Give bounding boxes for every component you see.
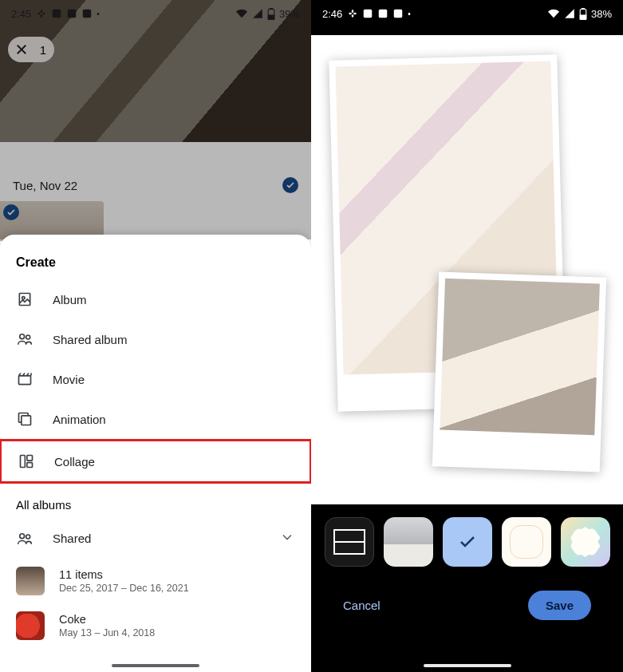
- svg-rect-30: [580, 15, 586, 19]
- album-row-1[interactable]: 11 items Dec 25, 2017 – Dec 16, 2021: [0, 559, 311, 603]
- svg-rect-27: [394, 10, 403, 18]
- svg-rect-16: [21, 456, 26, 468]
- svg-rect-24: [352, 14, 353, 18]
- collage-photo-2[interactable]: [432, 271, 606, 472]
- menu-item-shared-album[interactable]: Shared album: [0, 319, 311, 359]
- album-subtitle: Dec 25, 2017 – Dec 16, 2021: [59, 583, 189, 594]
- collage-canvas[interactable]: [311, 35, 623, 504]
- scrim: [0, 0, 311, 239]
- menu-item-label: Shared album: [53, 333, 127, 346]
- svg-point-11: [22, 297, 25, 299]
- template-grid[interactable]: [325, 517, 374, 567]
- svg-point-13: [26, 335, 30, 339]
- svg-point-19: [20, 533, 25, 538]
- animation-icon: [16, 410, 34, 428]
- status-time: 2:46: [322, 8, 342, 20]
- menu-item-label: Shared: [53, 532, 91, 545]
- svg-rect-17: [27, 456, 33, 461]
- action-row: Cancel Save: [321, 567, 613, 620]
- shared-icon: [16, 530, 34, 547]
- svg-rect-22: [353, 13, 357, 14]
- menu-item-label: Album: [53, 293, 87, 306]
- chevron-down-icon: [279, 529, 295, 547]
- album-row-2[interactable]: Coke May 13 – Jun 4, 2018: [0, 603, 311, 648]
- menu-item-album[interactable]: Album: [0, 279, 311, 319]
- template-minimal[interactable]: [384, 517, 433, 567]
- save-button[interactable]: Save: [528, 591, 591, 620]
- svg-rect-18: [27, 463, 33, 468]
- svg-rect-15: [22, 416, 31, 425]
- menu-item-movie[interactable]: Movie: [0, 359, 311, 399]
- home-indicator[interactable]: [112, 664, 199, 667]
- app-icon: [377, 8, 388, 19]
- signal-icon: [564, 8, 575, 19]
- messenger-icon-2: [392, 8, 404, 19]
- menu-item-collage[interactable]: Collage: [0, 439, 311, 484]
- svg-rect-23: [352, 10, 353, 13]
- svg-point-20: [26, 535, 30, 539]
- template-strip: [321, 517, 613, 567]
- sheet-title: Create: [0, 252, 311, 279]
- svg-rect-21: [349, 13, 353, 14]
- all-albums-title: All albums: [0, 484, 311, 518]
- svg-rect-29: [582, 8, 584, 10]
- album-subtitle: May 13 – Jun 4, 2018: [59, 627, 155, 638]
- shared-album-icon: [16, 330, 34, 348]
- battery-percent: 38%: [591, 8, 612, 20]
- template-rounded[interactable]: [502, 517, 551, 567]
- album-thumbnail: [16, 611, 45, 640]
- slack-icon: [347, 8, 358, 19]
- album-title: Coke: [59, 613, 155, 626]
- menu-item-shared[interactable]: Shared: [0, 518, 311, 559]
- album-icon: [16, 291, 34, 308]
- menu-item-animation[interactable]: Animation: [0, 399, 311, 439]
- screen-photo-select: 2:45 • 39% 1 Tue, Nov 22: [0, 0, 311, 672]
- check-icon: [458, 532, 477, 551]
- status-bar: 2:46 • 38%: [311, 0, 623, 24]
- template-polaroid-selected[interactable]: [443, 517, 492, 567]
- svg-rect-14: [19, 376, 31, 385]
- collage-icon: [18, 453, 35, 470]
- status-notification-icons: •: [347, 8, 411, 19]
- wifi-icon: [547, 8, 560, 19]
- menu-item-label: Movie: [53, 373, 85, 386]
- album-thumbnail: [16, 567, 45, 595]
- messenger-icon: [362, 8, 373, 19]
- template-flower[interactable]: [561, 517, 610, 567]
- svg-point-12: [20, 334, 25, 339]
- movie-icon: [16, 370, 34, 388]
- svg-rect-26: [379, 10, 388, 18]
- menu-item-label: Animation: [53, 413, 106, 426]
- create-bottom-sheet: Create Album Shared album Movie: [0, 235, 311, 672]
- battery-icon: [579, 8, 587, 20]
- editor-bottom-bar: Cancel Save: [311, 504, 623, 672]
- home-indicator[interactable]: [424, 664, 511, 667]
- screen-collage-editor: 2:46 • 38%: [311, 0, 623, 672]
- album-title: 11 items: [59, 568, 189, 581]
- more-notifications-dot: •: [408, 10, 411, 18]
- menu-item-label: Collage: [54, 455, 95, 468]
- svg-rect-25: [364, 10, 373, 18]
- cancel-button[interactable]: Cancel: [343, 599, 381, 612]
